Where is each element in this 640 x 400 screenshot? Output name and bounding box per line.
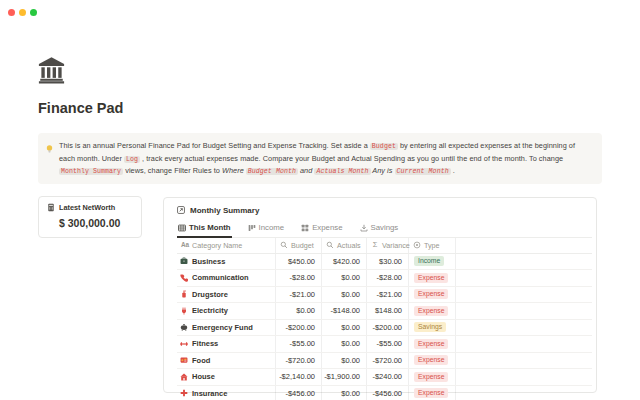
empty-cell: [456, 303, 592, 319]
linked-database-icon: [177, 206, 185, 214]
table-row[interactable]: Drugstore-$21.00$0.00-$21.00Expense: [177, 287, 592, 304]
category-name-cell[interactable]: Business: [177, 254, 276, 270]
table-row[interactable]: Fitness-$55.00$0.00-$55.00Expense: [177, 336, 592, 353]
category-name-cell[interactable]: Drugstore: [177, 287, 276, 303]
type-badge[interactable]: Expense: [414, 289, 448, 299]
budget-cell[interactable]: -$720.00: [276, 353, 322, 369]
dumbbell-icon: [180, 340, 188, 348]
tab-label: Savings: [371, 223, 399, 232]
callout-text: This is an annual Personal Finance Pad f…: [59, 140, 590, 178]
summary-table: AaCategory NameBudgetActualsΣVarianceTyp…: [177, 238, 592, 400]
actuals-cell[interactable]: $420.00: [322, 254, 367, 270]
type-cell[interactable]: Income: [409, 254, 456, 270]
callout: This is an annual Personal Finance Pad f…: [38, 133, 602, 184]
actuals-cell[interactable]: $0.00: [322, 270, 367, 286]
variance-cell[interactable]: -$720.00: [367, 353, 409, 369]
budget-cell[interactable]: -$200.00: [276, 320, 322, 336]
tab-expense[interactable]: Expense: [300, 221, 343, 237]
type-cell[interactable]: Expense: [409, 270, 456, 286]
column-header-budget[interactable]: Budget: [276, 238, 322, 253]
table-row[interactable]: Food-$720.00$0.00-$720.00Expense: [177, 353, 592, 370]
type-badge[interactable]: Expense: [414, 339, 448, 349]
actuals-cell[interactable]: $0.00: [322, 287, 367, 303]
bank-icon[interactable]: [38, 56, 65, 84]
variance-cell[interactable]: -$456.00: [367, 386, 409, 400]
type-badge[interactable]: Expense: [414, 355, 448, 365]
category-name-cell[interactable]: Food: [177, 353, 276, 369]
actuals-cell[interactable]: -$148.00: [322, 303, 367, 319]
actuals-cell[interactable]: -$1,900.00: [322, 369, 367, 385]
type-badge[interactable]: Income: [414, 256, 444, 266]
variance-cell[interactable]: -$28.00: [367, 270, 409, 286]
type-badge[interactable]: Expense: [414, 372, 448, 382]
empty-cell: [456, 270, 592, 286]
callout-segment: .: [451, 166, 455, 175]
table-row[interactable]: Business$450.00$420.00$30.00Income: [177, 254, 592, 271]
budget-cell[interactable]: -$55.00: [276, 336, 322, 352]
actuals-cell[interactable]: $0.00: [322, 386, 367, 400]
variance-cell[interactable]: -$240.00: [367, 369, 409, 385]
budget-cell[interactable]: -$21.00: [276, 287, 322, 303]
table-row[interactable]: Communication-$28.00$0.00-$28.00Expense: [177, 270, 592, 287]
tab-savings[interactable]: Savings: [359, 221, 400, 237]
variance-cell[interactable]: $30.00: [367, 254, 409, 270]
type-cell[interactable]: Expense: [409, 386, 456, 400]
table-row[interactable]: House-$2,140.00-$1,900.00-$240.00Expense: [177, 369, 592, 386]
actuals-cell[interactable]: $0.00: [322, 336, 367, 352]
networth-header: Latest NetWorth: [47, 203, 133, 212]
callout-segment: Any is: [371, 166, 395, 175]
budget-cell[interactable]: -$456.00: [276, 386, 322, 400]
column-header-category-name[interactable]: AaCategory Name: [177, 238, 276, 253]
zoom-window-button[interactable]: [30, 9, 37, 16]
finance-pad-page: Finance Pad This is an annual Personal F…: [0, 0, 640, 400]
variance-cell[interactable]: -$55.00: [367, 336, 409, 352]
budget-cell[interactable]: $0.00: [276, 303, 322, 319]
tab-this-month[interactable]: This Month: [177, 221, 232, 238]
category-name-cell[interactable]: Communication: [177, 270, 276, 286]
type-badge[interactable]: Expense: [414, 273, 448, 283]
column-header-type[interactable]: Type: [409, 238, 456, 253]
type-cell[interactable]: Expense: [409, 336, 456, 352]
minimize-window-button[interactable]: [19, 9, 26, 16]
variance-cell[interactable]: $148.00: [367, 303, 409, 319]
budget-cell[interactable]: $450.00: [276, 254, 322, 270]
gallery-view-icon: [301, 224, 309, 232]
column-header-label: Actuals: [337, 241, 361, 250]
type-cell[interactable]: Expense: [409, 369, 456, 385]
actuals-cell[interactable]: $0.00: [322, 353, 367, 369]
type-badge[interactable]: Savings: [414, 322, 446, 332]
budget-cell[interactable]: -$2,140.00: [276, 369, 322, 385]
empty-cell: [456, 336, 592, 352]
column-header-label: Type: [424, 241, 440, 250]
table-row[interactable]: Emergency Fund-$200.00$0.00-$200.00Savin…: [177, 320, 592, 337]
title-icon: Aa: [181, 241, 189, 249]
category-name-cell[interactable]: Emergency Fund: [177, 320, 276, 336]
table-row[interactable]: Electricity$0.00-$148.00$148.00Expense: [177, 303, 592, 320]
table-row[interactable]: Insurance-$456.00$0.00-$456.00Expense: [177, 386, 592, 400]
budget-cell[interactable]: -$28.00: [276, 270, 322, 286]
category-name: Food: [192, 356, 210, 365]
empty-cell: [456, 254, 592, 270]
type-cell[interactable]: Expense: [409, 303, 456, 319]
empty-cell: [456, 369, 592, 385]
column-header-label: Variance: [382, 241, 410, 250]
close-window-button[interactable]: [8, 9, 15, 16]
category-name-cell[interactable]: Insurance: [177, 386, 276, 400]
category-name-cell[interactable]: Fitness: [177, 336, 276, 352]
type-badge[interactable]: Expense: [414, 306, 448, 316]
type-cell[interactable]: Expense: [409, 353, 456, 369]
tab-income[interactable]: Income: [247, 221, 286, 237]
variance-cell[interactable]: -$21.00: [367, 287, 409, 303]
add-column-area[interactable]: [456, 238, 592, 253]
category-name-cell[interactable]: House: [177, 369, 276, 385]
networth-card[interactable]: Latest NetWorth $ 300,000.00: [38, 196, 142, 238]
actuals-cell[interactable]: $0.00: [322, 320, 367, 336]
type-cell[interactable]: Savings: [409, 320, 456, 336]
category-name: Communication: [192, 273, 249, 282]
column-header-actuals[interactable]: Actuals: [322, 238, 367, 253]
type-cell[interactable]: Expense: [409, 287, 456, 303]
category-name-cell[interactable]: Electricity: [177, 303, 276, 319]
variance-cell[interactable]: -$200.00: [367, 320, 409, 336]
column-header-variance[interactable]: ΣVariance: [367, 238, 409, 253]
type-badge[interactable]: Expense: [414, 388, 448, 398]
